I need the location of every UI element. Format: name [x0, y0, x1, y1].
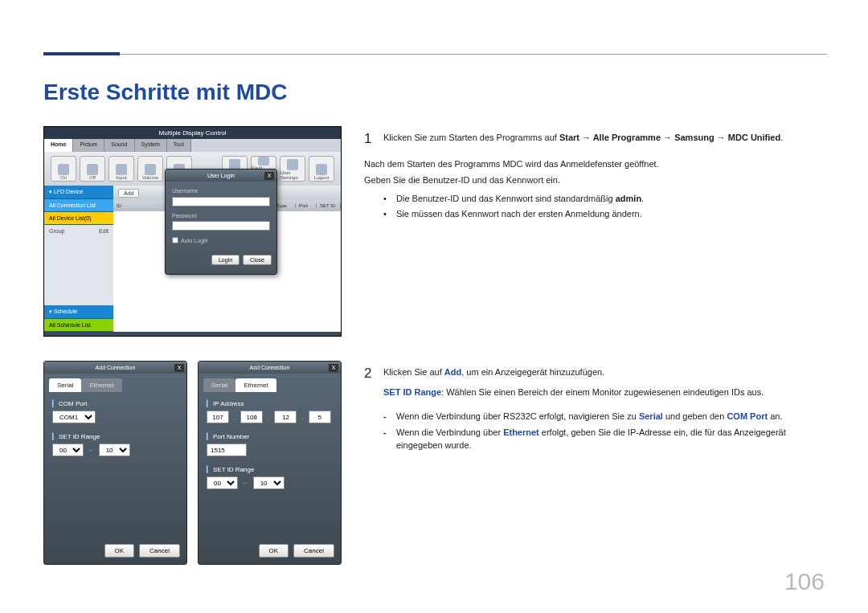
ip-label: IP Address [207, 400, 333, 407]
tab-serial-inactive[interactable]: Serial [203, 378, 235, 392]
header-divider [43, 54, 827, 55]
header-accent [43, 52, 120, 55]
main-add-button[interactable]: Add [118, 189, 139, 198]
step1-bullet2: • Sie müssen das Kennwort nach der erste… [383, 207, 827, 221]
toolbar-logout-button[interactable]: Logout [309, 156, 334, 182]
login-dialog-title: User Login X [166, 170, 276, 182]
addconn-title-2: Add Connection X [199, 362, 341, 374]
step1-after2: Geben Sie die Benutzer-ID und das Kennwo… [364, 174, 827, 187]
step1-bullet1: • Die Benutzer-ID und das Kennwort sind … [383, 192, 827, 206]
addconn-cancel-1[interactable]: Cancel [139, 544, 180, 558]
mdc-tab-picture[interactable]: Picture [73, 139, 104, 152]
toolbar-input-button[interactable]: Input [108, 156, 134, 182]
mdc-tab-tool[interactable]: Tool [167, 139, 191, 152]
toolbar-user-settings-button[interactable]: User Settings [280, 156, 305, 182]
page-number: 106 [784, 568, 825, 595]
username-label: Username [172, 188, 270, 194]
page-title: Erste Schritte mit MDC [43, 80, 287, 105]
addconn-title-1: Add Connection X [44, 362, 186, 374]
addconn-close-1[interactable]: X [174, 364, 184, 372]
user-icon [287, 159, 298, 170]
addconn-cancel-2[interactable]: Cancel [293, 544, 334, 558]
alert-icon [258, 157, 269, 166]
add-connection-dialog-ethernet: Add Connection X Serial Ethernet IP Addr… [198, 361, 342, 565]
mdc-window-title: Multiple Display Control [44, 127, 341, 139]
sidebar-lfd-device[interactable]: ▾ LFD Device [44, 186, 113, 199]
mdc-screenshot-login: Multiple Display Control Home Picture So… [43, 126, 342, 337]
login-button[interactable]: Login [211, 255, 240, 265]
setid-label-2: SET ID Range [207, 466, 333, 473]
port-label: Port Number [207, 433, 333, 440]
ip-oct-3[interactable] [274, 411, 297, 423]
mdc-tabs: Home Picture Sound System Tool [44, 139, 341, 152]
autologin-checkbox[interactable] [172, 237, 178, 243]
sidebar-all-schedule[interactable]: All Schedule List [44, 319, 113, 332]
toolbar-off-button[interactable]: Off [80, 156, 105, 182]
step-1-number: 1 [364, 129, 383, 149]
mdc-tab-home[interactable]: Home [44, 139, 73, 152]
username-input[interactable] [172, 197, 270, 206]
mdc-tab-system[interactable]: System [135, 139, 167, 152]
password-label: Password [172, 213, 270, 219]
autologin-label: Auto Login [181, 238, 207, 243]
toolbar-volume-button[interactable]: Volume [137, 156, 163, 182]
sidebar-all-device[interactable]: All Device List(0) [44, 212, 113, 225]
setid-to-2[interactable]: 10 [253, 476, 285, 489]
ip-oct-1[interactable] [207, 411, 229, 423]
sidebar-group: Group Edit [44, 225, 113, 237]
sidebar-group-label: Group [49, 228, 64, 234]
password-input[interactable] [172, 221, 270, 231]
sidebar-edit-button[interactable]: Edit [99, 228, 108, 234]
mdc-sidebar: ▾ LFD Device All Connection List All Dev… [44, 186, 113, 332]
user-login-dialog: User Login X Username Password Auto Logi… [165, 169, 277, 275]
step1-after1: Nach dem Starten des Programms MDC wird … [364, 157, 827, 171]
addconn-ok-2[interactable]: OK [259, 544, 289, 558]
setid-label-1: SET ID Range [52, 433, 178, 440]
sidebar-schedule[interactable]: ▾ Schedule [44, 305, 113, 319]
comport-label: COM Port [52, 400, 178, 407]
mdc-tab-sound[interactable]: Sound [104, 139, 134, 152]
step2-dash2: - Wenn die Verbindung über Ethernet erfo… [383, 426, 827, 452]
step-1-text: 1 Klicken Sie zum Starten des Programms … [364, 129, 827, 223]
ip-oct-4[interactable] [309, 411, 331, 423]
ip-oct-2[interactable] [240, 411, 263, 423]
step2-dash1: - Wenn die Verbindung über RS232C erfolg… [383, 410, 827, 423]
tab-ethernet-inactive[interactable]: Ethernet [81, 378, 121, 392]
logout-icon [316, 164, 327, 175]
step-2-number: 2 [364, 363, 383, 402]
setid-from-1[interactable]: 00 [52, 443, 84, 456]
setid-from-2[interactable]: 00 [207, 476, 238, 489]
setid-to-1[interactable]: 10 [99, 443, 130, 456]
tab-serial[interactable]: Serial [49, 378, 81, 392]
add-connection-dialog-serial: Add Connection X Serial Ethernet COM Por… [43, 361, 187, 565]
sidebar-all-connection[interactable]: All Connection List [44, 199, 113, 212]
login-close-button[interactable]: X [264, 172, 274, 180]
addconn-ok-1[interactable]: OK [104, 544, 135, 558]
addconn-close-2[interactable]: X [329, 364, 338, 372]
port-input[interactable] [207, 443, 247, 456]
toolbar-on-button[interactable]: On [51, 156, 76, 182]
login-close-btn[interactable]: Close [243, 255, 272, 265]
tab-ethernet[interactable]: Ethernet [235, 378, 276, 392]
comport-select[interactable]: COM1 [52, 411, 96, 423]
step-2-text: 2 Klicken Sie auf Add, um ein Anzeigeger… [364, 363, 827, 455]
